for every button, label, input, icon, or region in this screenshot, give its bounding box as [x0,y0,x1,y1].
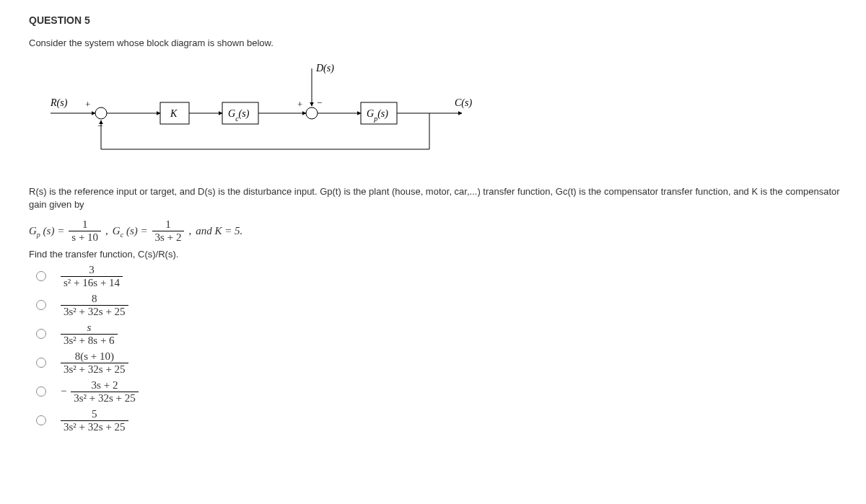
label-gc: Gc(s) [228,108,250,123]
prompt-text: Consider the system whose block diagram … [29,37,852,48]
option-row[interactable]: − 3s + 2 3s² + 32s + 25 [36,379,852,404]
instruction-text: Find the transfer function, C(s)/R(s). [29,249,852,260]
svg-point-7 [306,107,318,119]
label-c: C(s) [455,97,472,109]
question-heading: QUESTION 5 [29,14,852,26]
radio-button[interactable] [36,300,46,310]
option-row[interactable]: 3 s² + 16s + 14 [36,264,852,288]
radio-button[interactable] [36,271,46,281]
equation-line: Gp (s) = 1 s + 10 , Gc (s) = 1 3s + 2 , … [29,218,852,243]
label-plus2: + [297,99,302,110]
label-plus1: + [85,99,90,110]
radio-button[interactable] [36,415,46,425]
radio-button[interactable] [36,329,46,339]
option-math: 3 s² + 16s + 14 [61,264,123,288]
option-row[interactable]: 5 3s² + 32s + 25 [36,408,852,433]
label-gp: Gp(s) [367,108,388,123]
option-math: s 3s² + 8s + 6 [61,322,118,346]
radio-button[interactable] [36,358,46,368]
label-minus1: − [97,120,102,131]
option-row[interactable]: 8 3s² + 32s + 25 [36,293,852,317]
option-row[interactable]: s 3s² + 8s + 6 [36,322,852,346]
option-math: − 3s + 2 3s² + 32s + 25 [61,379,139,404]
options-list: 3 s² + 16s + 14 8 3s² + 32s + 25 s 3s² +… [36,264,852,433]
option-math: 8 3s² + 32s + 25 [61,293,128,317]
svg-point-1 [95,107,107,119]
label-minus2: − [317,97,322,108]
block-diagram: .sigline { stroke:#000; stroke-width:1; … [29,56,852,164]
label-r: R(s) [50,97,68,109]
label-k: K [170,108,178,119]
option-math: 5 3s² + 32s + 25 [61,408,128,433]
radio-button[interactable] [36,386,46,397]
option-row[interactable]: 8(s + 10) 3s² + 32s + 25 [36,350,852,375]
label-d: D(s) [315,63,334,74]
description-text: R(s) is the reference input or target, a… [29,185,852,211]
option-math: 8(s + 10) 3s² + 32s + 25 [61,350,128,375]
